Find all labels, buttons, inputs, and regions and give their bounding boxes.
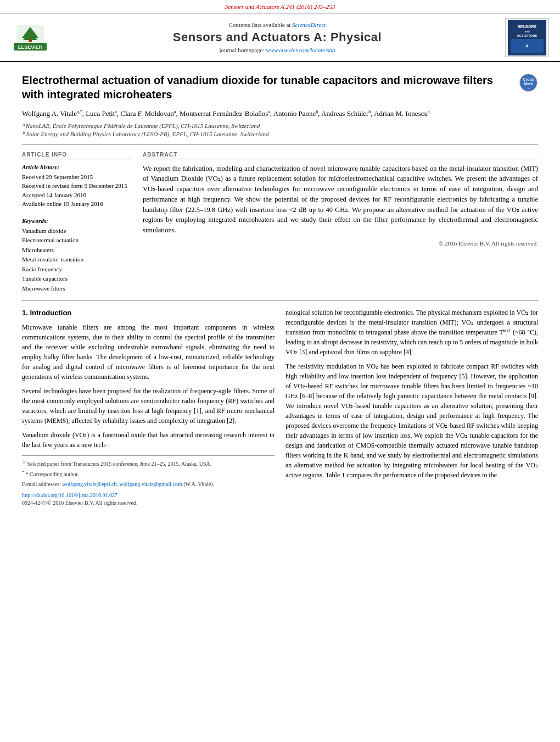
keyword-6: Tunable capacitors — [22, 274, 132, 284]
keyword-3: Microheaters — [22, 246, 132, 255]
svg-text:™: ™ — [527, 87, 530, 90]
affiliation-a: ᵃ NanoLAB, École Polytechnique Fédérale … — [22, 122, 538, 130]
elsevier-logo: ELSEVIER — [11, 23, 49, 53]
received-date: Received 29 September 2015 — [22, 172, 132, 182]
right-para-2: The resistivity modulation in VO₂ has be… — [285, 361, 538, 480]
authors-line: Wolfgang A. Vitalea,*, Luca Petita, Clar… — [22, 108, 538, 119]
crossmark-badge: Cross Mark ™ — [519, 73, 538, 92]
article-info-abstract: ARTICLE INFO Article history: Received 2… — [22, 152, 538, 294]
svg-text:and: and — [525, 30, 530, 33]
intro-heading: 1. Introduction — [22, 308, 275, 319]
body-col-left: 1. Introduction Microwave tunable filter… — [22, 308, 275, 507]
star-footnote: ☆ Selected paper from Transducers 2015 c… — [22, 459, 275, 468]
journal-homepage: journal homepage: www.elsevier.com/locat… — [49, 47, 505, 53]
svg-text:Mark: Mark — [524, 82, 533, 86]
sciencedirect-link[interactable]: ScienceDirect — [292, 21, 326, 28]
right-para-1: nological solution for reconfigurable el… — [285, 308, 538, 357]
body-col-right: nological solution for reconfigurable el… — [285, 308, 538, 507]
keywords-label: Keywords: — [22, 217, 132, 224]
svg-text:ELSEVIER: ELSEVIER — [18, 44, 43, 50]
history-label: Article history: — [22, 164, 132, 170]
footnote-area: ☆ Selected paper from Transducers 2015 c… — [22, 455, 275, 507]
article-title-section: Electrothermal actuation of vanadium dio… — [22, 73, 538, 102]
email-1[interactable]: wolfgang.vitale@epfl.ch — [62, 481, 116, 487]
abstract-label: ABSTRACT — [143, 152, 538, 159]
article-info-col: ARTICLE INFO Article history: Received 2… — [22, 152, 132, 294]
accepted-date: Accepted 14 January 2016 — [22, 191, 132, 200]
corresponding-footnote: * * Corresponding author. — [22, 470, 275, 478]
doi-line[interactable]: http://dx.doi.org/10.1016/j.sna.2016.01.… — [22, 492, 275, 499]
svg-text:ACTUATORS: ACTUATORS — [517, 34, 537, 37]
intro-para-2: Several technologies have been proposed … — [22, 386, 275, 426]
email-footnote: E-mail addresses: wolfgang.vitale@epfl.c… — [22, 481, 275, 488]
copyright-line: © 2016 Elsevier B.V. All rights reserved… — [143, 240, 538, 247]
keyword-1: Vanadium dioxide — [22, 226, 132, 236]
keyword-5: Radio frequency — [22, 265, 132, 275]
issn-line: 0924-4247/© 2016 Elsevier B.V. All right… — [22, 499, 275, 507]
keyword-4: Metal-insulator transition — [22, 255, 132, 265]
article-info-label: ARTICLE INFO — [22, 152, 132, 159]
paper-content: Electrothermal actuation of vanadium dio… — [0, 62, 560, 518]
svg-text:SENSORS: SENSORS — [518, 25, 537, 29]
abstract-col: ABSTRACT We report the fabrication, mode… — [143, 152, 538, 294]
homepage-link[interactable]: www.elsevier.com/locate/sna — [266, 47, 335, 53]
email-2[interactable]: wolfgang.vitale@gmail.com — [120, 481, 182, 487]
top-header: Sensors and Actuators A 241 (2016) 245–2… — [0, 0, 560, 14]
contents-line: Contents lists available at ScienceDirec… — [49, 21, 505, 28]
divider-2 — [22, 300, 538, 301]
keyword-7: Microwave filters — [22, 284, 132, 294]
affiliation-b: ᵇ Solar Energy and Building Physics Labo… — [22, 131, 538, 138]
sensors-logo-box: SENSORS and ACTUATORS A — [505, 18, 549, 57]
svg-text:A: A — [525, 43, 529, 48]
svg-rect-3 — [29, 39, 32, 42]
citation-text: Sensors and Actuators A 241 (2016) 245–2… — [225, 3, 335, 10]
intro-para-3: Vanadium dioxide (VO₂) is a functional o… — [22, 430, 275, 450]
intro-para-1: Microwave tunable filters are among the … — [22, 322, 275, 382]
journal-header: ELSEVIER Contents lists available at Sci… — [0, 14, 560, 62]
divider-1 — [22, 144, 538, 145]
keywords-list: Vanadium dioxide Electrotermal actuation… — [22, 226, 132, 294]
received-revised-date: Received in revised form 9 December 2015 — [22, 181, 132, 191]
article-title: Electrothermal actuation of vanadium dio… — [22, 73, 511, 102]
available-online-date: Available online 19 January 2016 — [22, 199, 132, 209]
body-two-col: 1. Introduction Microwave tunable filter… — [22, 308, 538, 507]
keyword-2: Electrotermal actuation — [22, 236, 132, 246]
abstract-text: We report the fabrication, modeling and … — [143, 164, 538, 236]
journal-title: Sensors and Actuators A: Physical — [49, 30, 505, 44]
svg-text:Cross: Cross — [523, 77, 534, 81]
journal-center: Contents lists available at ScienceDirec… — [49, 21, 505, 53]
